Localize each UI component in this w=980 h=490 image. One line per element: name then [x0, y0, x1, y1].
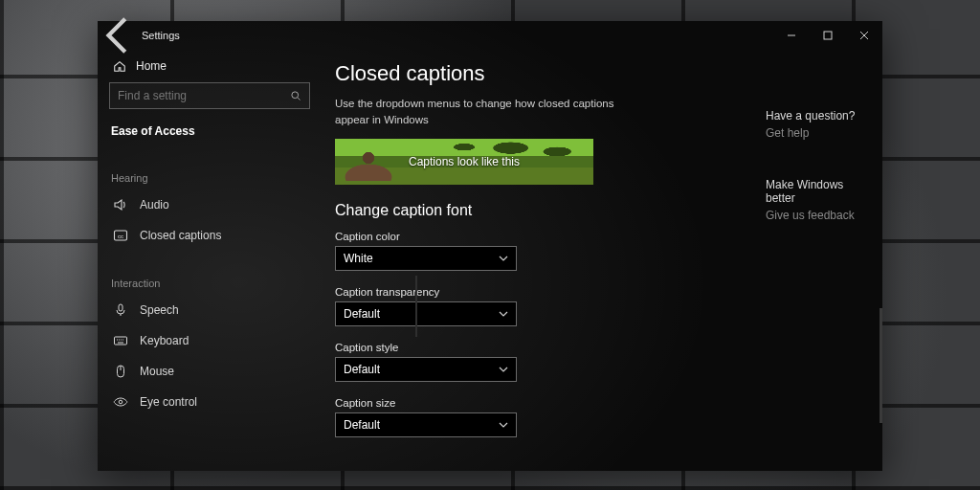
- sidebar-item-label: Eye control: [140, 395, 197, 409]
- sidebar-home-label: Home: [136, 59, 167, 73]
- page-description: Use the dropdown menus to change how clo…: [335, 96, 632, 127]
- titlebar: Settings: [98, 21, 882, 50]
- minimize-icon: [787, 31, 796, 40]
- svg-text:cc: cc: [118, 234, 123, 239]
- select-value: Default: [344, 418, 380, 432]
- closed-captions-icon: cc: [113, 228, 128, 243]
- svg-rect-5: [115, 337, 127, 345]
- eye-icon: [113, 394, 128, 410]
- window-title: Settings: [142, 30, 180, 41]
- main-column: Closed captions Use the dropdown menus t…: [335, 56, 737, 471]
- select-value: Default: [344, 307, 380, 321]
- mouse-icon: [113, 364, 128, 379]
- chevron-down-icon: [499, 420, 508, 430]
- chevron-down-icon: [499, 309, 508, 319]
- sidebar-item-mouse[interactable]: Mouse: [109, 356, 310, 387]
- search-field[interactable]: [118, 89, 280, 102]
- field-label-size: Caption size: [335, 397, 737, 409]
- svg-rect-4: [119, 304, 122, 311]
- window-controls: [773, 21, 882, 50]
- close-icon: [859, 31, 869, 40]
- content: Home Ease of Access Hearing Audio cc Clo…: [98, 50, 882, 471]
- back-button[interactable]: [98, 21, 142, 50]
- sidebar-item-label: Speech: [140, 303, 179, 317]
- sidebar-item-label: Keyboard: [140, 334, 189, 347]
- maximize-icon: [823, 31, 833, 40]
- make-better-heading: Make Windows better: [766, 178, 863, 205]
- caption-size-select[interactable]: Default: [335, 412, 517, 437]
- scrollbar-thumb[interactable]: [880, 308, 882, 423]
- microphone-icon: [113, 302, 128, 318]
- field-label-style: Caption style: [335, 342, 737, 353]
- main: Closed captions Use the dropdown menus t…: [322, 50, 882, 471]
- field-label-transparency: Caption transparency: [335, 286, 737, 298]
- search-icon: [290, 90, 301, 101]
- have-question-heading: Have a question?: [766, 109, 863, 122]
- caption-style-select[interactable]: Default: [335, 357, 517, 382]
- chevron-down-icon: [499, 365, 508, 374]
- select-value: White: [344, 252, 373, 265]
- caption-preview: Captions look like this: [335, 139, 593, 185]
- sidebar-item-keyboard[interactable]: Keyboard: [109, 325, 310, 356]
- sidebar-item-speech[interactable]: Speech: [109, 295, 310, 325]
- sidebar-item-eye-control[interactable]: Eye control: [109, 387, 310, 417]
- chevron-down-icon: [499, 254, 508, 263]
- maximize-button[interactable]: [810, 21, 846, 50]
- right-column: Have a question? Get help Make Windows b…: [766, 56, 863, 471]
- svg-point-1: [292, 92, 299, 99]
- settings-window: Settings Home Ease of Access Hearing: [98, 21, 882, 471]
- svg-rect-0: [824, 32, 832, 39]
- svg-point-7: [119, 400, 122, 404]
- sidebar-group-hearing: Hearing: [111, 172, 310, 184]
- feedback-link[interactable]: Give us feedback: [766, 209, 863, 222]
- caption-transparency-select[interactable]: Default: [335, 301, 517, 326]
- sidebar-item-label: Mouse: [140, 365, 174, 378]
- audio-icon: [113, 197, 128, 212]
- keyboard-icon: [113, 333, 128, 348]
- select-value: Default: [344, 363, 380, 376]
- minimize-button[interactable]: [773, 21, 810, 50]
- section-heading: Change caption font: [335, 202, 737, 219]
- sidebar: Home Ease of Access Hearing Audio cc Clo…: [98, 50, 322, 471]
- sidebar-group-interaction: Interaction: [111, 278, 310, 289]
- close-button[interactable]: [846, 21, 882, 50]
- home-icon: [113, 59, 126, 73]
- caption-color-select[interactable]: White: [335, 246, 517, 271]
- sidebar-home[interactable]: Home: [109, 54, 310, 82]
- sidebar-category: Ease of Access: [109, 121, 310, 145]
- sidebar-item-label: Closed captions: [140, 229, 221, 242]
- content-scroll-indicator: [415, 276, 417, 337]
- field-label-color: Caption color: [335, 231, 737, 242]
- page-title: Closed captions: [335, 61, 737, 86]
- sidebar-item-label: Audio: [140, 198, 169, 212]
- caption-preview-text: Captions look like this: [409, 155, 520, 168]
- sidebar-item-audio[interactable]: Audio: [109, 189, 310, 220]
- search-input[interactable]: [109, 82, 310, 109]
- sidebar-item-closed-captions[interactable]: cc Closed captions: [109, 220, 310, 251]
- get-help-link[interactable]: Get help: [766, 126, 863, 140]
